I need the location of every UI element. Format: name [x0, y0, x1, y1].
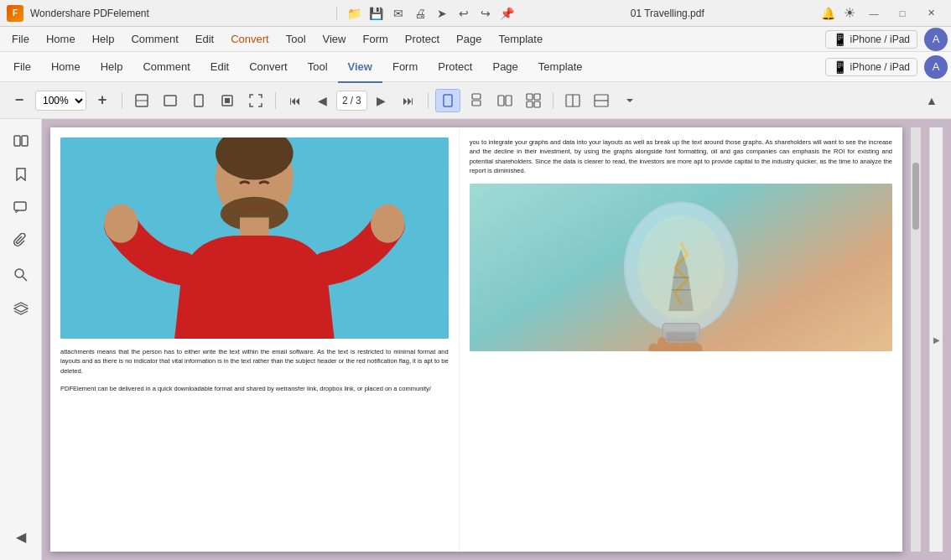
svg-rect-5 — [225, 98, 230, 103]
split-vertical-button[interactable] — [589, 89, 614, 112]
titlebar-folder-icon[interactable]: 📁 — [344, 3, 366, 24]
first-page-button[interactable]: ⏮ — [283, 88, 308, 113]
pdf-right-column: you to integrate your graphs and data in… — [460, 127, 902, 552]
svg-rect-3 — [195, 95, 203, 106]
svg-rect-36 — [666, 332, 696, 342]
grid-view-button[interactable] — [521, 89, 546, 112]
sidebar-comments-button[interactable] — [6, 193, 36, 223]
titlebar-redo-icon[interactable]: ↪ — [475, 3, 496, 24]
tab-convert[interactable]: Convert — [239, 55, 298, 78]
menu-tool[interactable]: Tool — [278, 29, 314, 49]
close-button[interactable]: ✕ — [917, 5, 944, 22]
menu-template[interactable]: Template — [490, 29, 551, 49]
separator-1 — [122, 92, 122, 109]
main-layout: ◀ — [0, 119, 951, 560]
sidebar-bookmarks-button[interactable] — [6, 159, 36, 189]
pdf-page-spread: attachments means that the person has to… — [50, 127, 902, 552]
pdf-left-column: attachments means that the person has to… — [50, 127, 460, 552]
titlebar-print-icon[interactable]: 🖨 — [409, 3, 431, 24]
man-photo — [60, 137, 449, 339]
tab-protect[interactable]: Protect — [428, 55, 482, 78]
menu-comment[interactable]: Comment — [122, 29, 186, 49]
sidebar-search-button[interactable] — [6, 260, 36, 290]
zoom-in-button[interactable]: + — [90, 88, 115, 113]
titlebar-weather-icon: ☀ — [839, 3, 860, 24]
title-bar: F Wondershare PDFelement 📁 💾 ✉ 🖨 ➤ ↩ ↪ 📌… — [0, 0, 951, 27]
tab-help[interactable]: Help — [91, 55, 133, 78]
zoom-out-button[interactable]: − — [7, 88, 32, 113]
app-logo: F — [7, 5, 23, 22]
titlebar-undo-icon[interactable]: ↩ — [453, 3, 475, 24]
tab-tool[interactable]: Tool — [298, 55, 338, 78]
titlebar-save-icon[interactable]: 💾 — [366, 3, 387, 24]
zoom-control: 100% 75% 125% 150% 200% — [35, 91, 86, 111]
two-page-view-button[interactable] — [492, 89, 517, 112]
sidebar-collapse-button[interactable]: ◀ — [6, 521, 36, 552]
svg-rect-21 — [22, 136, 28, 146]
menu-convert[interactable]: Convert — [222, 29, 278, 49]
split-horizontal-button[interactable] — [560, 89, 585, 112]
next-page-button[interactable]: ▶ — [369, 88, 394, 113]
menu-bar-primary: File Home Help Comment Edit Convert Tool… — [0, 27, 951, 52]
zoom-select[interactable]: 100% 75% 125% 150% 200% — [35, 91, 86, 111]
menu-file[interactable]: File — [3, 29, 38, 49]
last-page-button[interactable]: ⏭ — [396, 88, 421, 113]
tab-view[interactable]: View — [338, 55, 382, 78]
tab-page[interactable]: Page — [482, 55, 527, 78]
device-label[interactable]: 📱 iPhone / iPad — [825, 30, 917, 49]
tab-home[interactable]: Home — [41, 55, 91, 78]
menu-view[interactable]: View — [314, 29, 355, 49]
pdf-right-body-text: you to integrate your graphs and data in… — [470, 137, 892, 175]
single-page-view-button[interactable] — [435, 89, 460, 112]
menu-edit[interactable]: Edit — [187, 29, 222, 49]
tab-edit[interactable]: Edit — [200, 55, 239, 78]
tab-file[interactable]: File — [3, 55, 41, 78]
toolbar-right: ▲ — [919, 88, 944, 113]
svg-point-32 — [371, 205, 404, 243]
tab-comment[interactable]: Comment — [133, 55, 200, 78]
right-collapse-button[interactable]: ▶ — [929, 127, 943, 552]
svg-line-24 — [23, 277, 27, 281]
view-fit-page-button[interactable] — [129, 89, 154, 112]
menu-help[interactable]: Help — [84, 29, 123, 49]
divider — [336, 7, 337, 20]
sidebar-panels-button[interactable] — [6, 126, 36, 156]
svg-rect-9 — [498, 96, 504, 106]
maximize-button[interactable]: □ — [889, 5, 916, 22]
sidebar-attachments-button[interactable] — [6, 226, 36, 257]
page-separator: / — [351, 95, 353, 106]
user-avatar-2[interactable]: A — [924, 55, 948, 79]
device-label-2[interactable]: 📱 iPhone / iPad — [825, 58, 917, 76]
device-name-2: iPhone / iPad — [850, 61, 910, 73]
menu-home[interactable]: Home — [38, 29, 84, 49]
titlebar-mail-icon[interactable]: ✉ — [387, 3, 409, 24]
prev-page-button[interactable]: ◀ — [309, 88, 335, 113]
vertical-scrollbar[interactable] — [911, 127, 921, 552]
view-fit-width-button[interactable] — [158, 89, 183, 112]
menu-bar-right: 📱 iPhone / iPad A — [825, 28, 948, 51]
tab-template[interactable]: Template — [528, 55, 593, 78]
user-avatar[interactable]: A — [924, 28, 948, 51]
split-more-button[interactable] — [617, 89, 642, 112]
titlebar-notification-icon[interactable]: 🔔 — [817, 3, 839, 24]
svg-rect-20 — [14, 136, 20, 146]
titlebar-send-icon[interactable]: ➤ — [431, 3, 453, 24]
tab-form[interactable]: Form — [382, 55, 428, 78]
lightbulb-photo — [470, 184, 892, 351]
menu-page[interactable]: Page — [448, 29, 490, 49]
collapse-toolbar-button[interactable]: ▲ — [919, 88, 944, 113]
menu-form[interactable]: Form — [355, 29, 397, 49]
sidebar-layers-button[interactable] — [6, 293, 36, 324]
menu-protect[interactable]: Protect — [397, 29, 448, 49]
svg-rect-8 — [472, 101, 481, 106]
current-page[interactable]: 2 — [342, 95, 348, 106]
continuous-view-button[interactable] — [464, 89, 489, 112]
titlebar-pin-icon[interactable]: 📌 — [496, 3, 518, 24]
page-navigation: ⏮ ◀ 2 / 3 ▶ ⏭ — [283, 88, 421, 113]
view-fullscreen-button[interactable] — [243, 89, 268, 112]
view-fit-height-button[interactable] — [186, 89, 211, 112]
scrollbar-thumb[interactable] — [912, 163, 919, 230]
svg-rect-6 — [444, 95, 452, 106]
minimize-button[interactable]: — — [860, 5, 887, 22]
view-actual-size-button[interactable] — [215, 89, 240, 112]
